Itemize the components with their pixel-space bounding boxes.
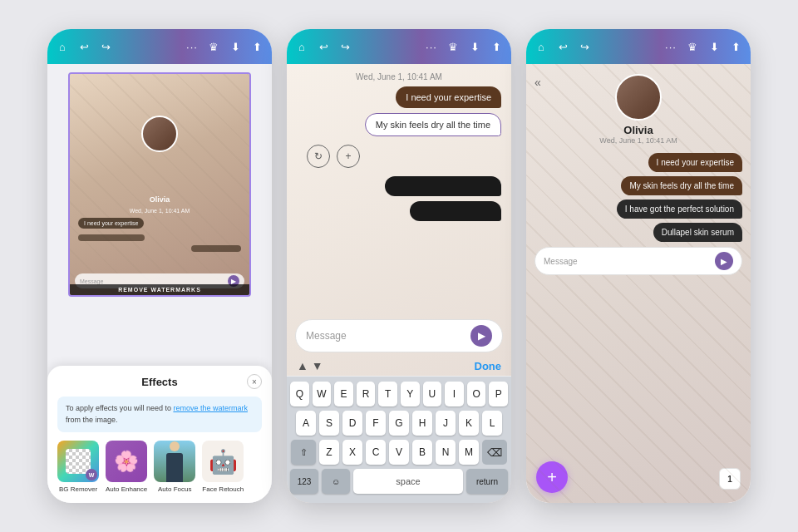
home-icon-3[interactable]: ⌂ <box>533 38 549 55</box>
edit-controls: ↻ + <box>297 141 501 171</box>
key-J[interactable]: J <box>436 411 456 436</box>
add-icon[interactable]: + <box>337 145 360 168</box>
key-A[interactable]: A <box>296 411 316 436</box>
key-F[interactable]: F <box>366 411 386 436</box>
undo-icon[interactable]: ↩ <box>76 38 92 55</box>
bg-remover-thumb: W <box>57 441 99 482</box>
download-icon-2[interactable]: ⬇ <box>466 38 483 55</box>
redo-icon-2[interactable]: ↪ <box>337 38 353 55</box>
key-R[interactable]: R <box>357 382 376 406</box>
key-return[interactable]: return <box>466 469 508 494</box>
effect-face-retouch[interactable]: 🤖 Face Retouch <box>202 441 244 493</box>
key-S[interactable]: S <box>319 411 339 436</box>
key-L[interactable]: L <box>482 411 502 436</box>
keyboard: Q W E R T Y U I O P A S D F G H <box>287 377 511 503</box>
key-W[interactable]: W <box>313 382 332 406</box>
toolbar-3: ⌂ ↩ ↪ ··· ♛ ⬇ ⬆ <box>526 29 751 64</box>
chat-bubble-sent-1: I need your expertise <box>396 86 501 108</box>
auto-focus-thumb <box>154 441 195 482</box>
key-B[interactable]: B <box>412 440 432 465</box>
chat-msg-bar-2[interactable]: Message ▶ <box>295 319 503 352</box>
p3-bubble-3: I have got the perfect solution <box>617 200 742 219</box>
phone3-send-btn[interactable]: ▶ <box>715 252 733 270</box>
key-D[interactable]: D <box>342 411 362 436</box>
more-icon[interactable]: ··· <box>184 38 200 55</box>
auto-enhance-label: Auto Enhance <box>106 485 147 493</box>
key-shift[interactable]: ⇧ <box>291 440 316 465</box>
key-backspace[interactable]: ⌫ <box>482 440 507 465</box>
key-space[interactable]: space <box>353 469 463 494</box>
phone-1: ⌂ ↩ ↪ ··· ♛ ⬇ ⬆ Olivia Wed, June 1, 10:4… <box>47 29 272 503</box>
effect-auto-focus[interactable]: Auto Focus <box>154 441 195 493</box>
effects-notice: To apply effects you will need to remove… <box>57 397 262 432</box>
key-Q[interactable]: Q <box>290 382 309 406</box>
key-123[interactable]: 123 <box>290 469 318 494</box>
back-chevron-btn[interactable]: « <box>534 76 541 89</box>
nav-down-arrow[interactable]: ▼ <box>312 359 323 372</box>
effects-grid: W BG Remover 🌸 Auto Enhance <box>57 441 262 493</box>
redo-icon[interactable]: ↪ <box>97 38 114 55</box>
crown-icon-2[interactable]: ♛ <box>445 38 461 55</box>
more-icon-3[interactable]: ··· <box>663 38 679 55</box>
share-icon-3[interactable]: ⬆ <box>727 38 744 55</box>
nav-up-arrow[interactable]: ▲ <box>297 359 308 372</box>
canvas-watermark-overlay <box>70 74 249 295</box>
key-M[interactable]: M <box>459 440 479 465</box>
undo-icon-3[interactable]: ↩ <box>554 38 571 55</box>
effect-bg-remover[interactable]: W BG Remover <box>57 441 99 493</box>
canvas-bubble-3 <box>191 245 241 252</box>
effect-auto-enhance[interactable]: 🌸 Auto Enhance <box>106 441 147 493</box>
key-Z[interactable]: Z <box>319 440 339 465</box>
effects-title: Effects <box>141 376 177 388</box>
key-U[interactable]: U <box>423 382 442 406</box>
phone-2: ⌂ ↩ ↪ ··· ♛ ⬇ ⬆ Wed, June 1, 10:41 AM I … <box>287 29 511 503</box>
undo-icon-2[interactable]: ↩ <box>315 38 332 55</box>
phone3-msg-placeholder: Message <box>544 257 578 266</box>
p3-bubble-2: My skin feels dry all the time <box>621 176 742 195</box>
watermark-bar[interactable]: REMOVE WATERMARKS <box>70 284 249 295</box>
key-P[interactable]: P <box>489 382 508 406</box>
key-N[interactable]: N <box>436 440 456 465</box>
share-icon-2[interactable]: ⬆ <box>488 38 505 55</box>
redo-icon-3[interactable]: ↪ <box>576 38 593 55</box>
remove-watermark-link[interactable]: remove the watermark <box>173 404 248 412</box>
key-K[interactable]: K <box>459 411 479 436</box>
key-O[interactable]: O <box>467 382 486 406</box>
key-T[interactable]: T <box>378 382 397 406</box>
p3-bubble-1: I need your expertise <box>648 153 742 172</box>
phone3-date: Wed, June 1, 10:41 AM <box>599 136 677 145</box>
more-icon-2[interactable]: ··· <box>423 38 440 55</box>
chat-bubble-editing[interactable]: My skin feels dry all the time <box>365 113 501 136</box>
phone3-content: « Olivia Wed, June 1, 10:41 AM I need yo… <box>526 64 751 503</box>
nav-done-btn[interactable]: Done <box>475 360 502 372</box>
key-C[interactable]: C <box>366 440 386 465</box>
key-X[interactable]: X <box>342 440 362 465</box>
key-I[interactable]: I <box>445 382 464 406</box>
keyboard-row-3: ⇧ Z X C V B N M ⌫ <box>290 440 508 465</box>
phone-3: ⌂ ↩ ↪ ··· ♛ ⬇ ⬆ « Olivia Wed, June 1, 10… <box>526 29 751 503</box>
effects-close-btn[interactable]: × <box>247 374 262 389</box>
phone3-msg-bar[interactable]: Message ▶ <box>534 247 742 275</box>
download-icon[interactable]: ⬇ <box>227 38 244 55</box>
toolbar-2: ⌂ ↩ ↪ ··· ♛ ⬇ ⬆ <box>287 29 511 64</box>
key-G[interactable]: G <box>389 411 409 436</box>
share-icon[interactable]: ⬆ <box>249 38 265 55</box>
home-icon-2[interactable]: ⌂ <box>293 38 310 55</box>
chat-nav-bar: ▲ ▼ Done <box>287 356 511 377</box>
refresh-icon[interactable]: ↻ <box>307 145 330 168</box>
keyboard-row-2: A S D F G H J K L <box>290 411 508 436</box>
download-icon-3[interactable]: ⬇ <box>706 38 722 55</box>
key-H[interactable]: H <box>412 411 432 436</box>
crown-icon[interactable]: ♛ <box>205 38 222 55</box>
crown-icon-3[interactable]: ♛ <box>684 38 701 55</box>
phone3-name: Olivia <box>623 124 653 136</box>
key-Y[interactable]: Y <box>401 382 420 406</box>
key-V[interactable]: V <box>389 440 409 465</box>
phone2-content: Wed, June 1, 10:41 AM I need your expert… <box>287 64 511 503</box>
key-emoji[interactable]: ☺ <box>322 469 350 494</box>
canvas-area[interactable]: Olivia Wed, June 1, 10:41 AM I need your… <box>68 72 251 297</box>
key-E[interactable]: E <box>334 382 353 406</box>
home-icon[interactable]: ⌂ <box>54 38 71 55</box>
chat-send-btn[interactable]: ▶ <box>470 325 492 347</box>
chat-date-2: Wed, June 1, 10:41 AM <box>287 64 511 86</box>
